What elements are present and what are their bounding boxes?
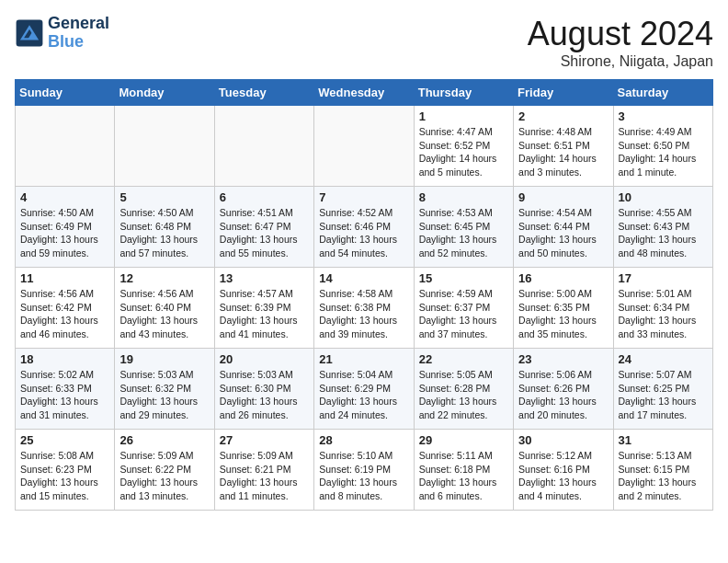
day-number: 9 bbox=[518, 190, 608, 204]
day-number: 1 bbox=[419, 109, 508, 123]
day-number: 8 bbox=[419, 190, 508, 204]
svg-rect-0 bbox=[17, 19, 43, 46]
calendar-cell: 6Sunrise: 4:51 AM Sunset: 6:47 PM Daylig… bbox=[214, 187, 313, 268]
day-number: 31 bbox=[619, 433, 708, 447]
calendar-cell: 19Sunrise: 5:03 AM Sunset: 6:32 PM Dayli… bbox=[115, 349, 214, 430]
calendar-header: SundayMondayTuesdayWednesdayThursdayFrid… bbox=[16, 80, 713, 106]
logo: General Blue bbox=[15, 15, 109, 52]
day-info: Sunrise: 4:53 AM Sunset: 6:45 PM Dayligh… bbox=[419, 206, 508, 260]
calendar-cell: 12Sunrise: 4:56 AM Sunset: 6:40 PM Dayli… bbox=[115, 268, 214, 349]
day-info: Sunrise: 4:47 AM Sunset: 6:52 PM Dayligh… bbox=[419, 125, 508, 179]
day-number: 18 bbox=[20, 352, 109, 366]
calendar-cell: 15Sunrise: 4:59 AM Sunset: 6:37 PM Dayli… bbox=[414, 268, 513, 349]
title-block: August 2024 Shirone, Niigata, Japan bbox=[528, 15, 713, 70]
day-number: 12 bbox=[119, 271, 209, 285]
calendar-cell: 5Sunrise: 4:50 AM Sunset: 6:48 PM Daylig… bbox=[115, 187, 214, 268]
day-number: 13 bbox=[220, 271, 309, 285]
day-number: 2 bbox=[518, 109, 608, 123]
calendar-cell bbox=[214, 106, 313, 187]
weekday-header-sunday: Sunday bbox=[16, 80, 115, 106]
day-number: 24 bbox=[619, 352, 708, 366]
calendar-cell: 11Sunrise: 4:56 AM Sunset: 6:42 PM Dayli… bbox=[16, 268, 115, 349]
calendar-cell: 20Sunrise: 5:03 AM Sunset: 6:30 PM Dayli… bbox=[214, 349, 313, 430]
day-info: Sunrise: 5:03 AM Sunset: 6:30 PM Dayligh… bbox=[220, 368, 309, 422]
calendar-cell: 10Sunrise: 4:55 AM Sunset: 6:43 PM Dayli… bbox=[613, 187, 712, 268]
day-info: Sunrise: 5:04 AM Sunset: 6:29 PM Dayligh… bbox=[319, 368, 408, 422]
day-info: Sunrise: 5:08 AM Sunset: 6:23 PM Dayligh… bbox=[20, 449, 109, 503]
day-number: 29 bbox=[419, 433, 508, 447]
weekday-header-tuesday: Tuesday bbox=[214, 80, 313, 106]
day-info: Sunrise: 5:03 AM Sunset: 6:32 PM Dayligh… bbox=[119, 368, 209, 422]
location: Shirone, Niigata, Japan bbox=[528, 53, 713, 70]
day-info: Sunrise: 4:49 AM Sunset: 6:50 PM Dayligh… bbox=[619, 125, 708, 179]
day-info: Sunrise: 5:09 AM Sunset: 6:22 PM Dayligh… bbox=[119, 449, 209, 503]
day-number: 7 bbox=[319, 190, 408, 204]
day-info: Sunrise: 5:01 AM Sunset: 6:34 PM Dayligh… bbox=[619, 287, 708, 341]
day-number: 16 bbox=[518, 271, 608, 285]
weekday-header-friday: Friday bbox=[514, 80, 613, 106]
day-number: 20 bbox=[220, 352, 309, 366]
calendar-cell: 7Sunrise: 4:52 AM Sunset: 6:46 PM Daylig… bbox=[314, 187, 414, 268]
logo-line1: General bbox=[48, 15, 109, 33]
day-info: Sunrise: 5:11 AM Sunset: 6:18 PM Dayligh… bbox=[419, 449, 508, 503]
calendar-cell: 1Sunrise: 4:47 AM Sunset: 6:52 PM Daylig… bbox=[414, 106, 513, 187]
day-info: Sunrise: 5:02 AM Sunset: 6:33 PM Dayligh… bbox=[20, 368, 109, 422]
day-number: 30 bbox=[518, 433, 608, 447]
calendar-cell: 29Sunrise: 5:11 AM Sunset: 6:18 PM Dayli… bbox=[414, 430, 513, 511]
weekday-header-wednesday: Wednesday bbox=[314, 80, 414, 106]
weekday-header-saturday: Saturday bbox=[613, 80, 712, 106]
day-number: 11 bbox=[20, 271, 109, 285]
day-info: Sunrise: 4:50 AM Sunset: 6:49 PM Dayligh… bbox=[20, 206, 109, 260]
calendar-cell: 16Sunrise: 5:00 AM Sunset: 6:35 PM Dayli… bbox=[514, 268, 613, 349]
day-number: 25 bbox=[20, 433, 109, 447]
calendar-cell: 4Sunrise: 4:50 AM Sunset: 6:49 PM Daylig… bbox=[16, 187, 115, 268]
day-info: Sunrise: 4:55 AM Sunset: 6:43 PM Dayligh… bbox=[619, 206, 708, 260]
calendar-cell: 30Sunrise: 5:12 AM Sunset: 6:16 PM Dayli… bbox=[514, 430, 613, 511]
day-info: Sunrise: 4:48 AM Sunset: 6:51 PM Dayligh… bbox=[518, 125, 608, 179]
calendar-week-2: 4Sunrise: 4:50 AM Sunset: 6:49 PM Daylig… bbox=[16, 187, 713, 268]
day-number: 21 bbox=[319, 352, 408, 366]
day-info: Sunrise: 5:00 AM Sunset: 6:35 PM Dayligh… bbox=[518, 287, 608, 341]
day-number: 28 bbox=[319, 433, 408, 447]
day-number: 17 bbox=[619, 271, 708, 285]
weekday-header-monday: Monday bbox=[115, 80, 214, 106]
logo-line2: Blue bbox=[48, 33, 109, 52]
day-number: 14 bbox=[319, 271, 408, 285]
calendar-cell: 31Sunrise: 5:13 AM Sunset: 6:15 PM Dayli… bbox=[613, 430, 712, 511]
day-info: Sunrise: 4:54 AM Sunset: 6:44 PM Dayligh… bbox=[518, 206, 608, 260]
day-number: 4 bbox=[20, 190, 109, 204]
day-info: Sunrise: 5:07 AM Sunset: 6:25 PM Dayligh… bbox=[619, 368, 708, 422]
weekday-header-thursday: Thursday bbox=[414, 80, 513, 106]
day-info: Sunrise: 4:50 AM Sunset: 6:48 PM Dayligh… bbox=[119, 206, 209, 260]
calendar-cell: 25Sunrise: 5:08 AM Sunset: 6:23 PM Dayli… bbox=[16, 430, 115, 511]
calendar-cell: 24Sunrise: 5:07 AM Sunset: 6:25 PM Dayli… bbox=[613, 349, 712, 430]
calendar-cell: 28Sunrise: 5:10 AM Sunset: 6:19 PM Dayli… bbox=[314, 430, 414, 511]
day-info: Sunrise: 5:05 AM Sunset: 6:28 PM Dayligh… bbox=[419, 368, 508, 422]
calendar-cell: 21Sunrise: 5:04 AM Sunset: 6:29 PM Dayli… bbox=[314, 349, 414, 430]
day-number: 19 bbox=[119, 352, 209, 366]
calendar-cell: 2Sunrise: 4:48 AM Sunset: 6:51 PM Daylig… bbox=[514, 106, 613, 187]
day-number: 5 bbox=[119, 190, 209, 204]
day-number: 15 bbox=[419, 271, 508, 285]
day-info: Sunrise: 4:56 AM Sunset: 6:42 PM Dayligh… bbox=[20, 287, 109, 341]
calendar-week-4: 18Sunrise: 5:02 AM Sunset: 6:33 PM Dayli… bbox=[16, 349, 713, 430]
day-info: Sunrise: 5:06 AM Sunset: 6:26 PM Dayligh… bbox=[518, 368, 608, 422]
page-header: General Blue August 2024 Shirone, Niigat… bbox=[15, 15, 713, 70]
day-number: 6 bbox=[220, 190, 309, 204]
calendar-cell: 3Sunrise: 4:49 AM Sunset: 6:50 PM Daylig… bbox=[613, 106, 712, 187]
day-info: Sunrise: 4:57 AM Sunset: 6:39 PM Dayligh… bbox=[220, 287, 309, 341]
month-title: August 2024 bbox=[528, 15, 713, 53]
day-number: 3 bbox=[619, 109, 708, 123]
calendar-cell: 22Sunrise: 5:05 AM Sunset: 6:28 PM Dayli… bbox=[414, 349, 513, 430]
day-info: Sunrise: 5:10 AM Sunset: 6:19 PM Dayligh… bbox=[319, 449, 408, 503]
logo-icon bbox=[15, 18, 44, 48]
day-info: Sunrise: 5:09 AM Sunset: 6:21 PM Dayligh… bbox=[220, 449, 309, 503]
calendar-cell: 13Sunrise: 4:57 AM Sunset: 6:39 PM Dayli… bbox=[214, 268, 313, 349]
calendar-body: 1Sunrise: 4:47 AM Sunset: 6:52 PM Daylig… bbox=[16, 106, 713, 511]
day-info: Sunrise: 5:13 AM Sunset: 6:15 PM Dayligh… bbox=[619, 449, 708, 503]
day-info: Sunrise: 4:58 AM Sunset: 6:38 PM Dayligh… bbox=[319, 287, 408, 341]
day-number: 27 bbox=[220, 433, 309, 447]
calendar-cell: 8Sunrise: 4:53 AM Sunset: 6:45 PM Daylig… bbox=[414, 187, 513, 268]
calendar-cell: 18Sunrise: 5:02 AM Sunset: 6:33 PM Dayli… bbox=[16, 349, 115, 430]
calendar-week-5: 25Sunrise: 5:08 AM Sunset: 6:23 PM Dayli… bbox=[16, 430, 713, 511]
